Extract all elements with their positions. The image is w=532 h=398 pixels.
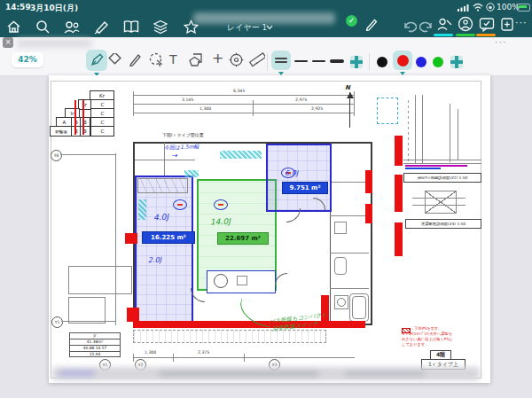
redo-button[interactable] xyxy=(417,16,436,35)
detail-line xyxy=(412,198,466,199)
mini-table-row: 40.88 14.57 xyxy=(70,345,120,351)
saved-check-icon[interactable]: ✓ xyxy=(346,15,357,27)
new-page-button[interactable] xyxy=(497,14,517,34)
highlight-patch xyxy=(138,199,146,220)
red-mark-line xyxy=(74,100,76,135)
red-wall xyxy=(395,222,403,256)
mini-table-row: 41.38m² xyxy=(70,339,120,345)
title-block-blurred xyxy=(52,367,480,380)
layers-button[interactable] xyxy=(151,17,170,36)
red-wall xyxy=(133,321,365,328)
dim-label: 1,300 xyxy=(200,106,211,111)
red-note: ※下階(1ﾀｲﾌﾟ)の天井へ梁型を xyxy=(402,332,452,337)
stamp-tool[interactable] xyxy=(229,52,244,71)
red-wall xyxy=(395,175,403,212)
add-element-tool[interactable]: + xyxy=(212,50,223,66)
drawing-canvas[interactable]: Kr Jr C Ir C A B B C 駐輪場 B B C 6,345 3,1… xyxy=(49,75,490,383)
highlight-patch xyxy=(220,151,262,159)
green-underline xyxy=(456,34,475,36)
edit-pencil-button[interactable] xyxy=(362,14,381,34)
handwritten-tatami: 14.0J xyxy=(210,217,231,227)
dim-tick xyxy=(133,91,134,116)
approval-stamp xyxy=(214,199,228,210)
text-tool[interactable]: T xyxy=(169,52,177,66)
detail-line xyxy=(415,95,416,164)
chevron-down-icon xyxy=(266,25,273,30)
north-arrowhead-icon xyxy=(347,92,354,98)
stroke-thick[interactable] xyxy=(330,59,344,64)
more-button[interactable]: ··· xyxy=(515,17,528,28)
color-black[interactable] xyxy=(377,57,387,67)
color-red-selected[interactable] xyxy=(397,55,409,66)
color-blue[interactable] xyxy=(416,57,426,67)
drawing-toolbar: × 42% T + ··· xyxy=(0,37,532,76)
color-custom-button[interactable] xyxy=(450,56,463,68)
layer-selector[interactable]: レイヤー 1 xyxy=(227,22,267,34)
toolbar-divider xyxy=(267,53,268,71)
type-cell: B xyxy=(80,126,90,137)
red-mark-line xyxy=(82,100,84,135)
eraser-tool[interactable] xyxy=(107,53,122,71)
handwritten-note-blue: 今回は1.5m幅 xyxy=(164,143,200,152)
detail-line xyxy=(412,205,466,206)
cyan-underline xyxy=(434,34,453,36)
shape-tool[interactable] xyxy=(188,52,204,71)
stroke-thin[interactable] xyxy=(294,60,308,62)
axis-bubble: Y6 xyxy=(51,150,62,161)
dim-tick xyxy=(253,100,254,116)
handwritten-tatami: 4.0J xyxy=(153,213,168,222)
search-button[interactable] xyxy=(33,17,52,36)
pencil-tool[interactable] xyxy=(128,52,142,71)
contacts-button[interactable] xyxy=(62,17,82,36)
handwritten-tatami: 2.0J xyxy=(148,256,161,265)
lasso-tool[interactable] xyxy=(148,52,164,71)
close-toolbar-button[interactable]: × xyxy=(3,37,13,48)
approval-stamp xyxy=(173,199,187,210)
detail-caption: 掃出ｻｯｼ枠廻詳細図(Z2) 1:50 xyxy=(403,173,481,183)
presenter-button[interactable] xyxy=(456,14,475,34)
ruler-tool[interactable] xyxy=(249,52,265,71)
clock: 14:59 xyxy=(5,3,31,12)
undo-button[interactable] xyxy=(399,16,419,35)
magenta-line xyxy=(405,165,467,167)
home-button[interactable] xyxy=(4,17,23,36)
highlight-patch xyxy=(184,170,199,177)
stroke-custom-button[interactable] xyxy=(350,56,363,68)
pen-tool[interactable] xyxy=(90,52,105,71)
area-mini-table: Jr 41.38m² 40.88 14.57 15.94 xyxy=(69,332,121,357)
blue-line xyxy=(405,168,441,169)
area-badge-north: 9.751 m² xyxy=(282,182,328,194)
red-wall xyxy=(395,136,403,166)
inner-wall xyxy=(330,253,369,254)
annotate-button[interactable] xyxy=(92,17,112,36)
red-note: 出さない為に段上げ無くPSと xyxy=(402,337,453,342)
zoom-level[interactable]: 42% xyxy=(12,52,43,67)
stroke-medium[interactable] xyxy=(312,60,325,63)
battery-icon xyxy=(517,4,530,12)
wall-note-label: 下階Iｒタイプ壁位置 xyxy=(162,132,204,137)
balcony-outline xyxy=(377,98,398,124)
handwritten-arrow: → xyxy=(171,152,177,160)
shared-annotation-button[interactable] xyxy=(434,14,454,34)
red-wall xyxy=(127,308,139,322)
dim-label: 2,975 xyxy=(295,98,307,102)
comments-button[interactable] xyxy=(477,14,497,34)
inner-wall xyxy=(135,160,195,160)
color-green[interactable] xyxy=(433,57,443,67)
type-cell: C xyxy=(90,126,114,137)
detail-line xyxy=(403,160,481,160)
dim-tick xyxy=(173,354,174,362)
room-west xyxy=(135,176,193,326)
stroke-style-current2 xyxy=(275,61,287,63)
area-badge-west: 16.225 m² xyxy=(142,231,195,244)
dim-tick xyxy=(354,91,355,116)
detail-line xyxy=(422,95,423,164)
detail-section xyxy=(425,191,457,214)
book-button[interactable] xyxy=(121,17,141,36)
toolbar-more-button[interactable]: ··· xyxy=(495,36,507,48)
dim-line xyxy=(133,113,355,113)
dim-label: 1,300 xyxy=(145,350,156,355)
cellular-icon xyxy=(458,4,470,12)
stroke-style-current[interactable] xyxy=(275,58,287,59)
orange-underline xyxy=(476,34,496,36)
